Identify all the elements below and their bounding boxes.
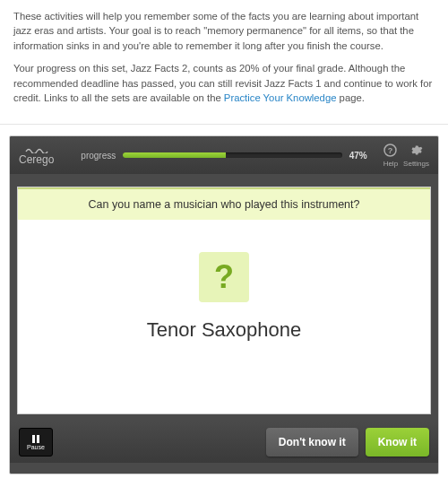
practice-link[interactable]: Practice Your Knowledge	[224, 92, 337, 103]
app-topbar: Cerego progress 47% ? Help Settings	[10, 136, 438, 174]
brand-logo: Cerego	[19, 146, 54, 165]
help-label: Help	[383, 160, 398, 168]
progress-label: progress	[81, 151, 116, 161]
question-mark-icon: ?	[214, 258, 234, 296]
pause-label: Pause	[27, 444, 45, 450]
pause-button[interactable]: Pause	[19, 428, 53, 457]
progress-bar	[123, 152, 341, 158]
help-button[interactable]: ? Help	[383, 143, 398, 168]
settings-button[interactable]: Settings	[403, 143, 429, 168]
gear-icon	[409, 143, 423, 159]
flashcard: Can you name a musician who played this …	[17, 187, 431, 414]
progress-fill	[123, 152, 226, 158]
stage: Can you name a musician who played this …	[10, 174, 438, 474]
help-icon: ?	[383, 143, 397, 159]
brand-name: Cerego	[19, 154, 54, 165]
pause-icon	[32, 435, 39, 443]
question-box: ?	[199, 252, 249, 302]
dont-know-button[interactable]: Don't know it	[266, 428, 358, 457]
svg-text:?: ?	[388, 146, 393, 155]
know-button[interactable]: Know it	[366, 428, 429, 457]
intro-paragraph-1: These activities will help you remember …	[13, 9, 435, 53]
settings-label: Settings	[403, 160, 429, 168]
prompt-bar: Can you name a musician who played this …	[18, 187, 430, 220]
intro-paragraph-2: Your progress on this set, Jazz Facts 2,…	[13, 61, 435, 105]
app-bottombar: Pause Don't know it Know it	[10, 422, 438, 463]
progress-percent: 47%	[349, 151, 367, 161]
brand-waves-icon	[25, 146, 48, 153]
cerego-app-frame: Cerego progress 47% ? Help Settings Can …	[9, 135, 439, 474]
intro-text: These activities will help you remember …	[0, 0, 448, 125]
item-label: Tenor Saxophone	[18, 318, 430, 413]
